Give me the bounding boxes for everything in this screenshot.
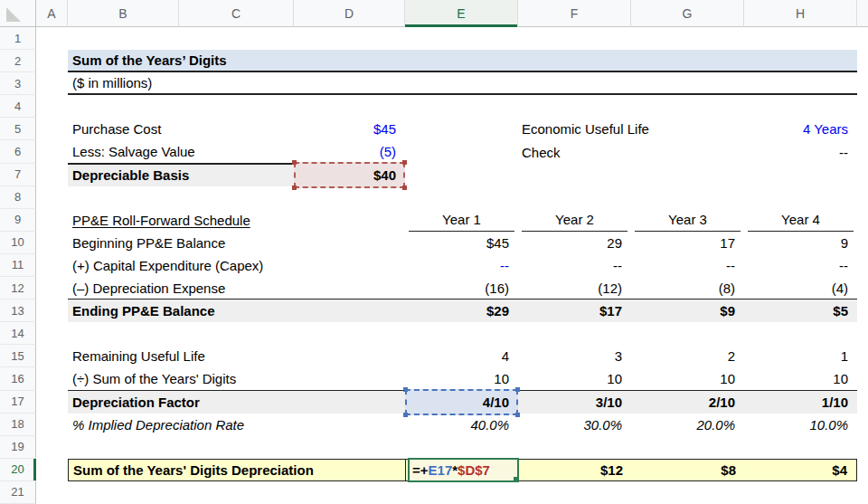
cell-d15-empty[interactable] bbox=[294, 345, 405, 367]
row-header-19[interactable]: 19 bbox=[0, 436, 36, 459]
cell-d16-empty[interactable] bbox=[294, 367, 405, 389]
cell-factor-y4[interactable]: 1/10 bbox=[744, 391, 857, 414]
cell-capex-label[interactable]: (+) Capital Expenditure (Capex) bbox=[68, 254, 294, 277]
cell-d10-empty[interactable] bbox=[294, 232, 405, 254]
cell-d12-empty[interactable] bbox=[294, 277, 405, 299]
cell-capex-y4[interactable]: -- bbox=[744, 254, 857, 277]
row-header-7[interactable]: 7 bbox=[0, 164, 36, 186]
cell-implied-rate-y4[interactable]: 10.0% bbox=[744, 414, 857, 436]
cell-subtitle[interactable]: ($ in millions) bbox=[68, 72, 294, 93]
cell-d9-empty[interactable] bbox=[294, 209, 405, 232]
cell-title[interactable]: Sum of the Years’ Digits bbox=[68, 50, 294, 71]
cell-year3-header[interactable]: Year 3 bbox=[631, 209, 744, 232]
cell-syd-y4[interactable]: 10 bbox=[744, 367, 857, 389]
cell-ending-y1[interactable]: $29 bbox=[405, 300, 518, 322]
cell-remaining-life-y3[interactable]: 2 bbox=[631, 345, 744, 367]
col-header-f[interactable]: F bbox=[518, 0, 631, 27]
cell-capex-y2[interactable]: -- bbox=[518, 254, 631, 277]
row-header-16[interactable]: 16 bbox=[0, 367, 36, 390]
cell-capex-y1[interactable]: -- bbox=[405, 254, 518, 277]
cell-d17-empty[interactable] bbox=[294, 391, 405, 414]
cell-year4-header[interactable]: Year 4 bbox=[744, 209, 857, 232]
cell-syd-label[interactable]: (÷) Sum of the Years' Digits bbox=[68, 367, 294, 389]
cell-implied-rate-y2[interactable]: 30.0% bbox=[518, 414, 631, 436]
row-header-3[interactable]: 3 bbox=[0, 72, 36, 95]
row-header-17[interactable]: 17 bbox=[0, 391, 36, 414]
cell-syd-y3[interactable]: 10 bbox=[631, 367, 744, 389]
row-header-5[interactable]: 5 bbox=[0, 118, 36, 140]
cell-d11-empty[interactable] bbox=[294, 254, 405, 277]
cell-factor-label[interactable]: Depreciation Factor bbox=[68, 391, 294, 414]
cell-useful-life-label[interactable]: Economic Useful Life bbox=[518, 118, 744, 140]
col-header-h[interactable]: H bbox=[744, 0, 857, 27]
cell-salvage-value[interactable]: (5) bbox=[294, 140, 405, 163]
row-header-18[interactable]: 18 bbox=[0, 414, 36, 436]
cell-ending-y4[interactable]: $5 bbox=[744, 300, 857, 322]
row-header-12[interactable]: 12 bbox=[0, 277, 36, 300]
cell-syd-y2[interactable]: 10 bbox=[518, 367, 631, 389]
cell-check-value[interactable]: -- bbox=[744, 140, 857, 163]
row-header-21[interactable]: 21 bbox=[0, 481, 36, 504]
cell-syd-depreciation-y2[interactable]: $12 bbox=[519, 460, 632, 480]
col-header-a[interactable]: A bbox=[36, 0, 68, 27]
col-header-c[interactable]: C bbox=[179, 0, 294, 27]
cell-remaining-life-y4[interactable]: 1 bbox=[744, 345, 857, 367]
cell-year2-header[interactable]: Year 2 bbox=[518, 209, 631, 232]
cell-e20-formula-editor[interactable]: =+E17*$D$7 bbox=[408, 458, 519, 482]
row-header-11[interactable]: 11 bbox=[0, 254, 36, 277]
cell-depr-expense-y1[interactable]: (16) bbox=[405, 277, 518, 299]
cell-depr-expense-y2[interactable]: (12) bbox=[518, 277, 631, 299]
row-header-10[interactable]: 10 bbox=[0, 232, 36, 254]
cell-implied-rate-y1[interactable]: 40.0% bbox=[405, 414, 518, 436]
cell-year1-header[interactable]: Year 1 bbox=[405, 209, 518, 232]
cell-d18-empty[interactable] bbox=[294, 414, 405, 436]
cell-d13-empty[interactable] bbox=[294, 300, 405, 322]
cell-beginning-y1[interactable]: $45 bbox=[405, 232, 518, 254]
cell-syd-y1[interactable]: 10 bbox=[405, 367, 518, 389]
row-header-2[interactable]: 2 bbox=[0, 50, 36, 72]
row-header-8[interactable]: 8 bbox=[0, 186, 36, 209]
cell-remaining-life-y1[interactable]: 4 bbox=[405, 345, 518, 367]
row-header-13[interactable]: 13 bbox=[0, 300, 36, 322]
select-all-corner[interactable] bbox=[0, 0, 36, 27]
row-header-9[interactable]: 9 bbox=[0, 209, 36, 232]
cell-syd-depreciation-label[interactable]: Sum of the Years' Digits Depreciation bbox=[69, 460, 406, 480]
cell-depr-expense-y3[interactable]: (8) bbox=[631, 277, 744, 299]
cell-check-label[interactable]: Check bbox=[518, 140, 744, 163]
cell-ending-label[interactable]: Ending PP&E Balance bbox=[68, 300, 294, 322]
row-header-6[interactable]: 6 bbox=[0, 140, 36, 163]
col-header-b[interactable]: B bbox=[68, 0, 179, 27]
cell-beginning-y2[interactable]: 29 bbox=[518, 232, 631, 254]
cell-factor-y2[interactable]: 3/10 bbox=[518, 391, 631, 414]
cell-remaining-life-y2[interactable]: 3 bbox=[518, 345, 631, 367]
cell-schedule-heading[interactable]: PP&E Roll-Forward Schedule bbox=[68, 209, 294, 232]
cell-implied-rate-y3[interactable]: 20.0% bbox=[631, 414, 744, 436]
row-header-15[interactable]: 15 bbox=[0, 345, 36, 367]
cell-d7-depreciable-basis-value[interactable]: $40 bbox=[294, 162, 405, 188]
cell-capex-y3[interactable]: -- bbox=[631, 254, 744, 277]
cell-e17-factor-y1-referenced[interactable]: 4/10 bbox=[405, 389, 518, 415]
row-header-4[interactable]: 4 bbox=[0, 95, 36, 118]
cell-ending-y3[interactable]: $9 bbox=[631, 300, 744, 322]
col-header-e-selected[interactable]: E bbox=[405, 0, 518, 27]
cell-factor-y3[interactable]: 2/10 bbox=[631, 391, 744, 414]
cell-remaining-life-label[interactable]: Remaining Useful Life bbox=[68, 345, 294, 367]
cell-depreciable-basis-label[interactable]: Depreciable Basis bbox=[68, 164, 294, 186]
col-header-d[interactable]: D bbox=[294, 0, 405, 27]
cell-syd-depreciation-y3[interactable]: $8 bbox=[632, 460, 745, 480]
col-header-g[interactable]: G bbox=[631, 0, 744, 27]
row-header-20-selected[interactable]: 20 bbox=[0, 459, 36, 481]
row-header-14[interactable]: 14 bbox=[0, 322, 36, 345]
cell-purchase-cost-label[interactable]: Purchase Cost bbox=[68, 118, 294, 140]
cell-purchase-cost-value[interactable]: $45 bbox=[294, 118, 405, 140]
cell-depr-expense-y4[interactable]: (4) bbox=[744, 277, 857, 299]
cell-syd-depreciation-y4[interactable]: $4 bbox=[745, 460, 856, 480]
cell-ending-y2[interactable]: $17 bbox=[518, 300, 631, 322]
cell-e5-empty[interactable] bbox=[405, 118, 518, 140]
cell-beginning-label[interactable]: Beginning PP&E Balance bbox=[68, 232, 294, 254]
cell-depr-expense-label[interactable]: (–) Depreciation Expense bbox=[68, 277, 294, 299]
cell-implied-rate-label[interactable]: % Implied Depreciation Rate bbox=[68, 414, 294, 436]
cell-salvage-label[interactable]: Less: Salvage Value bbox=[68, 140, 294, 163]
row-header-1[interactable]: 1 bbox=[0, 27, 36, 50]
cell-e6-empty[interactable] bbox=[405, 140, 518, 163]
